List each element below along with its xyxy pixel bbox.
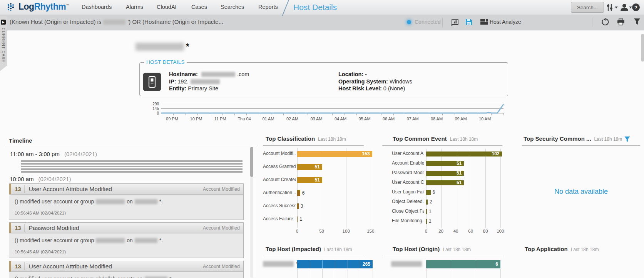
current-case-ribbon[interactable]: ▶ CURRENT CASE — [0, 16, 7, 71]
filter-icon[interactable] — [634, 18, 640, 27]
host-field-hostrisklevel: Host Risk Level: 0 (None) — [338, 85, 405, 92]
redacted-host — [135, 199, 157, 204]
chart-bar[interactable] — [426, 209, 427, 214]
redacted-value — [191, 79, 220, 84]
sparkline-ytick: 145 — [148, 107, 159, 111]
timeline-event-card: 13User Account Attribute ModifiedAccount… — [9, 261, 244, 278]
event-count: 13 — [15, 186, 21, 192]
chart-title-row: Top Host (Impacted)Last 18h 18m — [266, 246, 352, 252]
chart-axis-tick: 40 — [453, 229, 458, 233]
nav-item-searches[interactable]: Searches — [221, 4, 244, 10]
chart-axis-tick: 100 — [343, 229, 350, 233]
event-accent-bar — [9, 184, 11, 194]
chart-gridline — [322, 269, 323, 278]
chart-value-label: 6 — [426, 261, 498, 267]
nav-item-dashboards[interactable]: Dashboards — [82, 4, 112, 10]
chart-value-label: 1 — [429, 218, 432, 224]
chart-value-label: 6 — [302, 190, 305, 196]
chart-title-row: Top ApplicationLast 18h 18m — [525, 246, 599, 252]
chart-value-label: 51 — [297, 164, 320, 170]
chart-timerange: Last 18h 18m — [324, 247, 352, 252]
event-header-divider — [25, 224, 25, 232]
host-title-star: * — [186, 42, 189, 52]
event-card-header[interactable]: 13Password ModifiedAccount Modified — [9, 223, 243, 233]
panel-filter-icon[interactable] — [624, 137, 630, 144]
logrhythm-logo[interactable]: LogRhythm™ — [7, 2, 69, 12]
chart-axis-tick: 50 — [319, 229, 324, 233]
chart-gridline — [335, 269, 335, 278]
nav-item-cloudai[interactable]: CloudAI — [157, 4, 177, 10]
chart-bar[interactable] — [297, 216, 298, 222]
chart-timerange: Last 18h 18m — [443, 247, 471, 252]
event-title: User Account Attribute Modified — [29, 186, 112, 193]
nav-item-cases[interactable]: Cases — [191, 4, 207, 10]
chart-bar[interactable] — [297, 190, 300, 196]
chart-timerange: Last 18h 18m — [318, 137, 346, 142]
event-timestamp: 10:56:45 AM (02/04/2021) — [15, 250, 66, 254]
chart-axis-tick: 0 — [296, 229, 298, 233]
page-title: Host Details — [293, 3, 337, 12]
chart-axis-tick: 150 — [367, 229, 374, 233]
nav-item-alarms[interactable]: Alarms — [126, 4, 143, 10]
display-settings-icon[interactable] — [606, 3, 614, 13]
event-count: 13 — [15, 225, 21, 231]
page-scrollbar-thumb[interactable] — [641, 34, 644, 62]
chart-bar[interactable] — [426, 190, 431, 195]
chart-category-label: Account Enabled — [392, 160, 424, 166]
chart-gridline — [310, 269, 310, 278]
chart-gridline — [373, 269, 373, 278]
timeline-collapsed-events[interactable] — [21, 160, 243, 174]
logo-text-rhythm: Rhythm — [34, 2, 66, 12]
chart-header-rule — [382, 145, 502, 146]
chart-category-label: Object Deleted... — [392, 199, 424, 204]
event-accent-bar — [9, 261, 11, 271]
redacted-host-title — [135, 43, 184, 51]
user-account-icon[interactable] — [620, 3, 629, 13]
chart-header-rule — [263, 256, 364, 256]
host-analyze-layout-icon[interactable] — [480, 19, 488, 27]
chart-value-label: 51 — [426, 170, 462, 176]
help-icon[interactable]: ? — [632, 3, 640, 11]
chart-bar-gridline — [322, 260, 323, 268]
event-card-body: () modified user account or group abdall… — [9, 272, 243, 278]
expand-case-icon[interactable]: ▶ — [1, 20, 6, 25]
save-icon[interactable] — [465, 18, 473, 27]
timeline-scrollbar-thumb[interactable] — [250, 147, 253, 177]
chart-timerange: Last 18h 18m — [594, 137, 622, 142]
chart-gridline — [297, 148, 298, 228]
host-field-location: Location: - — [338, 71, 367, 77]
host-analyze-button[interactable]: Host Analyze — [490, 19, 521, 25]
chart-bar[interactable] — [426, 200, 428, 205]
settings-caret-icon[interactable] — [615, 7, 618, 8]
chart-bar[interactable] — [297, 203, 299, 209]
event-card-header[interactable]: 13User Account Attribute ModifiedAccount… — [9, 261, 243, 272]
chart-gridline — [476, 269, 476, 278]
add-to-dashboard-icon[interactable] — [450, 18, 459, 28]
chart-category-label: User Logon Fail... — [392, 189, 424, 195]
undo-icon[interactable] — [602, 18, 609, 27]
chart-top-common-event: Top Common EventLast 18h 18m020406080100… — [382, 135, 503, 239]
event-timestamp: 10:56:45 AM (02/04/2021) — [15, 211, 66, 215]
event-title: User Account Attribute Modified — [29, 263, 112, 270]
logo-trademark: ™ — [66, 3, 69, 7]
host-details-legend: HOST DETAILS — [144, 59, 187, 65]
chart-category-label: User Account A... — [392, 151, 424, 156]
chart-header-rule — [382, 256, 502, 256]
chart-bar-gridline — [310, 260, 310, 268]
connected-status-icon — [407, 20, 411, 24]
user-caret-icon[interactable] — [629, 7, 632, 8]
chart-category-label: Password Modif... — [392, 170, 424, 175]
event-card-header[interactable]: 13User Account Attribute ModifiedAccount… — [9, 184, 243, 195]
chart-value-label: 2 — [430, 199, 432, 205]
nav-item-reports[interactable]: Reports — [258, 4, 278, 10]
chart-top-classification: Top ClassificationLast 18h 18m050100150A… — [263, 135, 375, 239]
chart-timerange: Last 18h 18m — [571, 247, 599, 252]
print-icon[interactable] — [617, 18, 625, 27]
search-button[interactable]: Search... — [571, 2, 604, 13]
chart-category-label: Access Granted — [263, 164, 296, 169]
chart-title-row: Top Security Common ...Last 18h 18m — [524, 135, 622, 142]
chart-title: Top Security Common ... — [524, 135, 591, 142]
chart-axis-tick: 80 — [483, 229, 488, 233]
chart-bar[interactable] — [426, 219, 427, 224]
search-filter-bar: (Known Host (Origin or Impacted) is') OR… — [0, 15, 644, 30]
